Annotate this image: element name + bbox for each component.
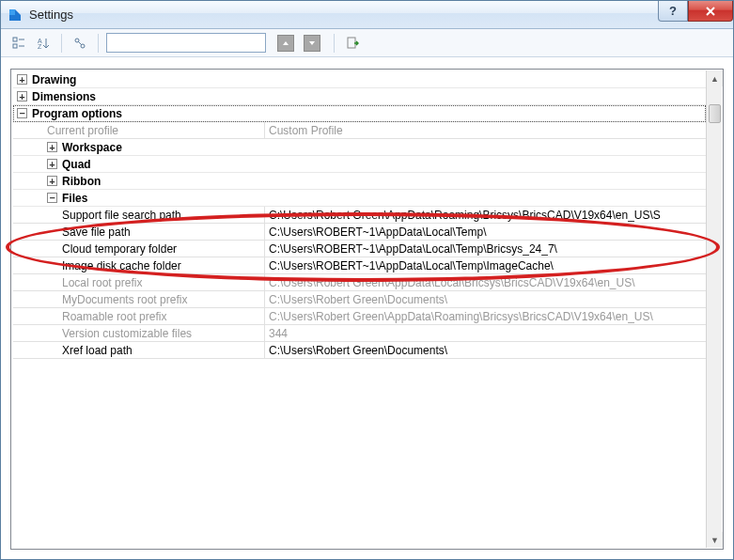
toolbar: AZ (1, 29, 733, 57)
search-next-button[interactable] (304, 35, 320, 52)
row-file-setting[interactable]: Version customizable files344 (13, 325, 706, 342)
category-workspace[interactable]: + Workspace (13, 139, 706, 156)
category-quad[interactable]: + Quad (13, 156, 706, 173)
row-value: C:\Users\Robert Green\AppData\Roaming\Br… (265, 308, 706, 324)
close-button[interactable] (688, 1, 733, 22)
row-file-setting[interactable]: Support file search pathC:\Users\Robert … (13, 207, 706, 224)
category-ribbon[interactable]: + Ribbon (13, 173, 706, 190)
settings-tree: + Drawing + Dimensions − Program options… (13, 71, 706, 547)
row-label: Xref load path (62, 344, 133, 357)
row-label: Local root prefix (62, 276, 142, 289)
collapse-icon[interactable]: − (47, 193, 57, 203)
row-label: Cloud temporary folder (62, 242, 177, 256)
row-label: MyDocuments root prefix (62, 293, 187, 306)
category-files[interactable]: − Files (13, 190, 706, 207)
tree-drill-button[interactable] (70, 33, 90, 54)
row-label: Support file search path (62, 209, 181, 222)
svg-line-8 (78, 41, 82, 45)
row-value: C:\Users\Robert Green\Documents\ (265, 291, 706, 307)
row-file-setting[interactable]: Save file pathC:\Users\ROBERT~1\AppData\… (13, 224, 706, 241)
expand-icon[interactable]: + (47, 176, 57, 186)
row-label: Current profile (47, 124, 118, 137)
categorized-view-button[interactable] (8, 33, 29, 54)
row-value: C:\Users\ROBERT~1\AppData\Local\Temp\Ima… (265, 257, 706, 273)
titlebar: Settings ? (1, 1, 733, 29)
row-label: Roamable root prefix (62, 310, 166, 323)
row-file-setting[interactable]: Image disk cache folderC:\Users\ROBERT~1… (13, 257, 706, 274)
row-file-setting[interactable]: Cloud temporary folderC:\Users\ROBERT~1\… (13, 241, 706, 257)
row-value: C:\Users\Robert Green\AppData\Local\Bric… (265, 274, 706, 290)
toolbar-separator (98, 34, 99, 53)
scroll-down-button[interactable]: ▼ (707, 532, 723, 548)
search-prev-button[interactable] (277, 35, 294, 52)
row-file-setting[interactable]: Local root prefixC:\Users\Robert Green\A… (13, 274, 706, 291)
settings-panel: + Drawing + Dimensions − Program options… (10, 69, 724, 550)
svg-rect-9 (348, 38, 355, 48)
svg-text:Z: Z (38, 43, 42, 50)
row-current-profile[interactable]: Current profile Custom Profile (13, 122, 706, 139)
row-file-setting[interactable]: MyDocuments root prefixC:\Users\Robert G… (13, 291, 706, 308)
export-button[interactable] (342, 33, 363, 54)
app-icon (7, 7, 23, 23)
row-label: Version customizable files (62, 327, 192, 340)
expand-icon[interactable]: + (47, 142, 57, 152)
category-drawing[interactable]: + Drawing (13, 71, 706, 88)
vertical-scrollbar[interactable]: ▲ ▼ (706, 70, 722, 548)
search-input[interactable] (106, 33, 266, 53)
row-value: C:\Users\ROBERT~1\AppData\Local\Temp\Bri… (265, 241, 706, 257)
expand-icon[interactable]: + (17, 91, 27, 101)
help-button[interactable]: ? (658, 1, 688, 22)
expand-icon[interactable]: + (17, 74, 27, 85)
svg-rect-0 (13, 38, 17, 41)
collapse-icon[interactable]: − (17, 108, 27, 118)
row-file-setting[interactable]: Xref load pathC:\Users\Robert Green\Docu… (13, 342, 706, 359)
row-label: Image disk cache folder (62, 259, 181, 272)
svg-rect-1 (13, 44, 17, 48)
alphabetical-view-button[interactable]: AZ (33, 33, 54, 54)
scroll-thumb[interactable] (709, 104, 721, 123)
toolbar-separator (334, 34, 335, 53)
category-program-options[interactable]: − Program options (13, 105, 706, 122)
category-dimensions[interactable]: + Dimensions (13, 88, 706, 105)
row-value: C:\Users\ROBERT~1\AppData\Local\Temp\ (265, 224, 706, 240)
row-value: C:\Users\Robert Green\Documents\ (265, 342, 706, 358)
row-value: Custom Profile (265, 122, 706, 138)
row-value: 344 (265, 325, 706, 341)
window-controls: ? (658, 1, 733, 22)
window-title: Settings (29, 8, 73, 22)
row-value: C:\Users\Robert Green\AppData\Roaming\Br… (265, 207, 706, 223)
toolbar-separator (61, 34, 62, 53)
row-file-setting[interactable]: Roamable root prefixC:\Users\Robert Gree… (13, 308, 706, 325)
scroll-up-button[interactable]: ▲ (707, 70, 723, 86)
expand-icon[interactable]: + (47, 159, 57, 169)
row-label: Save file path (62, 226, 131, 239)
